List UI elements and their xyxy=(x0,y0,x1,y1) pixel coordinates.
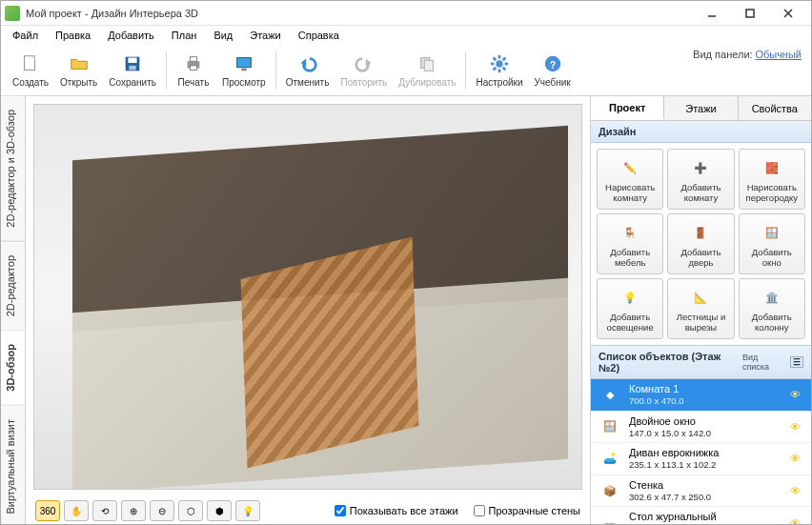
svg-line-23 xyxy=(494,58,497,61)
show-all-floors-check[interactable]: Показывать все этажи xyxy=(335,505,458,516)
menu-view[interactable]: Вид xyxy=(206,28,240,43)
preview-button[interactable]: Просмотр xyxy=(216,50,272,90)
undo-icon xyxy=(296,52,319,75)
add-lighting-button[interactable]: 💡Добавить освещение xyxy=(597,278,663,339)
help-icon: ? xyxy=(541,52,564,75)
separator xyxy=(275,51,276,90)
close-button[interactable] xyxy=(769,2,807,25)
design-grid: ✏️Нарисовать комнату ➕Добавить комнату 🧱… xyxy=(591,143,811,345)
svg-rect-1 xyxy=(746,10,754,17)
tab-properties[interactable]: Свойства xyxy=(739,96,811,120)
list-view-icon[interactable]: ☰ xyxy=(790,356,803,368)
visibility-icon[interactable]: 👁 xyxy=(790,389,803,400)
visibility-icon[interactable]: 👁 xyxy=(790,421,803,433)
add-column-button[interactable]: 🏛️Добавить колонну xyxy=(739,278,805,339)
duplicate-button[interactable]: Дублировать xyxy=(393,50,461,90)
print-button[interactable]: Печать xyxy=(171,50,216,90)
settings-button[interactable]: Настройки xyxy=(470,50,528,90)
view-panel-link[interactable]: Обычный xyxy=(755,49,802,60)
list-item[interactable]: 🪟 Двойное окно147.0 x 15.0 x 142.0 👁 xyxy=(591,412,811,444)
list-item[interactable]: 📦 Стенка302.6 x 47.7 x 250.0 👁 xyxy=(591,475,811,508)
svg-text:?: ? xyxy=(550,60,556,71)
tab-2d-3d[interactable]: 2D-редактор и 3D-обзор xyxy=(1,96,25,242)
list-item[interactable]: ▬ Стол журнальный80.4 x 80.1 x 30.3 👁 xyxy=(591,507,811,524)
design-header: Дизайн xyxy=(591,121,811,143)
list-item[interactable]: 🛋️ Диван еврокнижка235.1 x 113.1 x 102.2… xyxy=(591,443,811,475)
menu-edit[interactable]: Правка xyxy=(48,28,98,43)
svg-rect-10 xyxy=(190,57,196,62)
open-button[interactable]: Открыть xyxy=(54,50,103,90)
save-button[interactable]: Сохранить xyxy=(103,50,162,90)
objects-list: ◆ Комната 1700.0 x 470.0 👁 🪟 Двойное окн… xyxy=(591,379,811,524)
transparent-walls-checkbox[interactable] xyxy=(474,505,485,516)
tab-project[interactable]: Проект xyxy=(591,96,664,120)
add-window-button[interactable]: 🪟Добавить окно xyxy=(739,213,805,274)
add-door-button[interactable]: 🚪Добавить дверь xyxy=(667,213,734,274)
svg-rect-11 xyxy=(190,66,196,71)
menubar: Файл Правка Добавить План Вид Этажи Спра… xyxy=(1,26,811,45)
draw-room-button[interactable]: ✏️Нарисовать комнату xyxy=(597,149,663,210)
right-panel: Проект Этажи Свойства Дизайн ✏️Нарисоват… xyxy=(590,96,811,524)
chair-icon: 🪑 xyxy=(618,220,642,245)
plus-room-icon: ➕ xyxy=(688,155,713,180)
tab-floors[interactable]: Этажи xyxy=(664,96,738,120)
duplicate-icon xyxy=(416,52,438,75)
create-button[interactable]: Создать xyxy=(7,50,54,90)
3d-canvas[interactable] xyxy=(33,104,582,490)
menu-help[interactable]: Справка xyxy=(291,28,347,43)
wall-icon: 🧱 xyxy=(760,155,784,180)
tab-3d[interactable]: 3D-обзор xyxy=(1,331,25,406)
list-item[interactable]: ◆ Комната 1700.0 x 470.0 👁 xyxy=(591,379,811,412)
tab-2d[interactable]: 2D-редактор xyxy=(1,242,25,331)
svg-line-25 xyxy=(494,68,497,71)
window-icon: 🪟 xyxy=(599,417,621,436)
bulb-icon: 💡 xyxy=(618,285,642,310)
orbit-button[interactable]: 360 xyxy=(35,500,60,521)
svg-rect-7 xyxy=(129,58,137,64)
view-toolbar: 360 ✋ ⟲ ⊕ ⊖ ⬡ ⬢ 💡 Показывать все этажи П… xyxy=(26,497,590,524)
tab-virtual[interactable]: Виртуальный визит xyxy=(1,406,25,525)
svg-point-18 xyxy=(496,60,502,67)
svg-rect-12 xyxy=(236,58,251,68)
draw-partition-button[interactable]: 🧱Нарисовать перегородку xyxy=(739,149,805,210)
visibility-icon[interactable]: 👁 xyxy=(790,517,803,524)
zoom-out-button[interactable]: ⊖ xyxy=(150,500,174,521)
menu-file[interactable]: Файл xyxy=(5,28,46,43)
add-furniture-button[interactable]: 🪑Добавить мебель xyxy=(597,213,663,274)
help-button[interactable]: ? Учебник xyxy=(529,50,577,90)
folder-open-icon xyxy=(68,52,91,75)
rotate-button[interactable]: ⟲ xyxy=(92,500,117,521)
undo-button[interactable]: Отменить xyxy=(280,50,335,90)
right-tabs: Проект Этажи Свойства xyxy=(591,96,811,121)
list-view-mode[interactable]: Вид списка xyxy=(742,353,786,372)
solid-button[interactable]: ⬢ xyxy=(207,500,232,521)
app-icon xyxy=(5,6,20,21)
visibility-icon[interactable]: 👁 xyxy=(790,485,803,496)
menu-floors[interactable]: Этажи xyxy=(242,28,288,43)
stairs-button[interactable]: 📐Лестницы и вырезы xyxy=(667,278,734,339)
wireframe-button[interactable]: ⬡ xyxy=(178,500,203,521)
visibility-icon[interactable]: 👁 xyxy=(790,453,803,464)
show-all-floors-checkbox[interactable] xyxy=(335,505,346,516)
lighting-button[interactable]: 💡 xyxy=(235,500,260,521)
menu-plan[interactable]: План xyxy=(164,28,205,43)
zoom-in-button[interactable]: ⊕ xyxy=(121,500,146,521)
separator xyxy=(166,51,167,90)
main-area: 2D-редактор и 3D-обзор 2D-редактор 3D-об… xyxy=(1,96,811,524)
view-panel-mode: Вид панели: Обычный xyxy=(693,49,802,60)
svg-rect-13 xyxy=(241,69,247,71)
redo-button[interactable]: Повторить xyxy=(335,50,393,90)
main-toolbar: Вид панели: Обычный Создать Открыть Сохр… xyxy=(1,45,811,96)
pencil-room-icon: ✏️ xyxy=(618,155,642,180)
separator xyxy=(465,51,466,90)
svg-line-24 xyxy=(503,68,506,71)
maximize-button[interactable] xyxy=(731,2,769,25)
sofa-icon: 🛋️ xyxy=(599,449,621,468)
gear-icon xyxy=(488,52,511,75)
add-room-button[interactable]: ➕Добавить комнату xyxy=(667,149,734,210)
menu-add[interactable]: Добавить xyxy=(100,28,162,43)
transparent-walls-check[interactable]: Прозрачные стены xyxy=(474,505,580,516)
redo-icon xyxy=(353,52,376,75)
pan-button[interactable]: ✋ xyxy=(64,500,89,521)
minimize-button[interactable] xyxy=(693,2,731,25)
